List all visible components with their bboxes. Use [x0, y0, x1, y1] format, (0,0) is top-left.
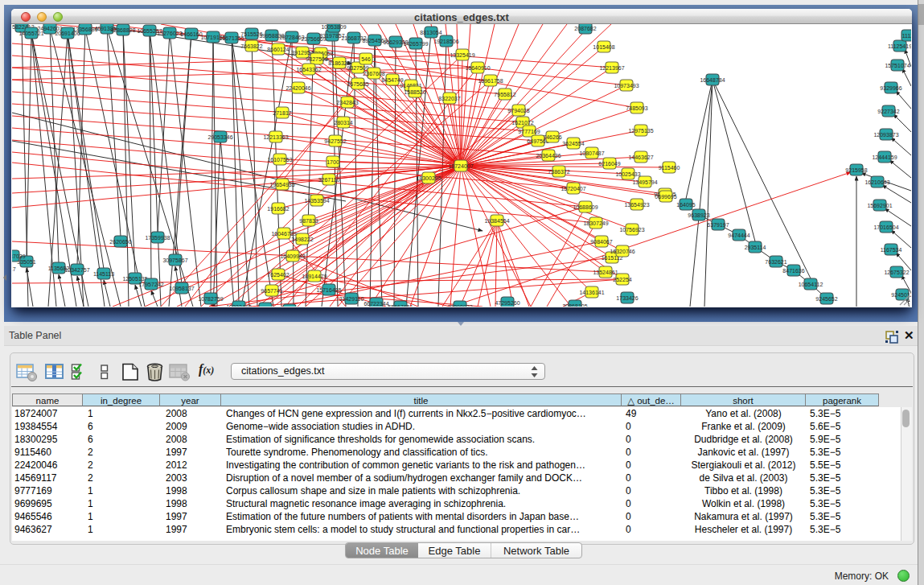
svg-text:16210643: 16210643	[864, 179, 889, 185]
svg-text:16648784: 16648784	[700, 77, 725, 83]
svg-text:14914479: 14914479	[302, 274, 326, 279]
svg-text:17957242: 17957242	[138, 282, 163, 287]
svg-text:15751074: 15751074	[885, 63, 910, 68]
svg-text:16543362: 16543362	[296, 67, 321, 72]
svg-text:3624554: 3624554	[562, 141, 584, 146]
svg-text:12975135: 12975135	[628, 128, 653, 134]
svg-text:17359938: 17359938	[145, 235, 170, 241]
svg-text:12323448: 12323448	[226, 304, 251, 307]
svg-text:10688609: 10688609	[573, 204, 598, 210]
svg-text:9474444: 9474444	[728, 233, 749, 238]
svg-text:70291817: 70291817	[12, 266, 16, 272]
svg-text:11125419: 11125419	[888, 43, 911, 49]
svg-text:19384554: 19384554	[484, 218, 509, 224]
svg-text:2342843: 2342843	[336, 100, 358, 105]
svg-text:15720407: 15720407	[561, 186, 585, 192]
svg-text:16640910: 16640910	[465, 65, 490, 71]
svg-text:14055721: 14055721	[18, 31, 43, 36]
svg-text:7625402: 7625402	[267, 272, 289, 278]
svg-text:3498222: 3498222	[291, 237, 313, 242]
svg-text:9245652: 9245652	[815, 296, 837, 302]
svg-text:2935114: 2935114	[745, 245, 766, 250]
svg-text:12675322: 12675322	[884, 270, 909, 275]
svg-text:7632621: 7632621	[765, 259, 786, 265]
svg-text:280314: 280314	[334, 120, 352, 126]
svg-text:13325419: 13325419	[450, 52, 474, 58]
svg-text:22420046: 22420046	[285, 85, 310, 91]
svg-text:1145113: 1145113	[93, 271, 114, 277]
svg-text:6216049: 6216049	[598, 161, 620, 167]
svg-text:7955812: 7955812	[494, 92, 515, 97]
svg-text:10756923: 10756923	[619, 227, 644, 233]
svg-text:12444159: 12444159	[872, 154, 897, 160]
svg-text:10025433: 10025433	[615, 171, 640, 177]
svg-text:47295260: 47295260	[495, 300, 519, 306]
svg-text:9329966: 9329966	[880, 85, 901, 91]
svg-text:16046789: 16046789	[271, 231, 296, 237]
svg-text:10973493: 10973493	[614, 83, 639, 89]
svg-text:271817: 271817	[273, 110, 291, 116]
svg-text:7485093: 7485093	[626, 105, 647, 111]
svg-text:18724007: 18724007	[448, 163, 473, 169]
svg-text:14265799: 14265799	[403, 41, 428, 47]
svg-text:8813054: 8813054	[420, 30, 441, 35]
svg-text:66722344: 66722344	[363, 301, 388, 307]
svg-text:9638923: 9638923	[688, 212, 709, 218]
svg-text:16409948: 16409948	[280, 253, 305, 259]
svg-text:987833: 987833	[299, 218, 318, 224]
svg-text:2367608: 2367608	[363, 71, 384, 76]
svg-text:2087682: 2087682	[574, 26, 596, 31]
svg-text:18300295: 18300295	[416, 175, 441, 181]
svg-text:10654112: 10654112	[799, 282, 823, 287]
svg-text:13654923: 13654923	[624, 202, 649, 208]
svg-text:13495794: 13495794	[632, 179, 657, 185]
svg-text:3267110: 3267110	[318, 177, 340, 183]
svg-text:38898923: 38898923	[447, 304, 472, 307]
svg-text:9327509: 9327509	[347, 65, 368, 71]
svg-text:252254: 252254	[613, 277, 631, 282]
svg-text:746266: 746266	[543, 134, 561, 140]
svg-text:9215958: 9215958	[845, 167, 867, 173]
svg-text:20364436: 20364436	[536, 153, 561, 159]
svg-text:18307249: 18307249	[583, 220, 608, 226]
svg-text:6466160: 6466160	[180, 31, 202, 37]
svg-text:12213967: 12213967	[599, 65, 624, 71]
svg-text:3675685: 3675685	[347, 81, 368, 87]
svg-text:15276023: 15276023	[157, 31, 182, 36]
svg-text:8454749: 8454749	[381, 77, 403, 83]
svg-text:14353594: 14353594	[304, 198, 329, 204]
svg-text:335051: 335051	[17, 259, 35, 265]
svg-text:19654935: 19654935	[269, 182, 294, 187]
svg-text:89089901: 89089901	[253, 306, 277, 307]
svg-text:2620650: 2620650	[109, 239, 131, 245]
svg-text:9777169: 9777169	[518, 129, 540, 134]
svg-text:29053346: 29053346	[207, 134, 232, 140]
svg-text:12505135: 12505135	[122, 276, 147, 282]
svg-text:19218506: 19218506	[433, 39, 458, 44]
svg-text:15716485: 15716485	[316, 287, 341, 293]
svg-text:1112: 1112	[902, 33, 911, 39]
svg-text:9227342: 9227342	[877, 109, 899, 114]
svg-text:9827509: 9827509	[306, 56, 327, 62]
svg-text:8471636: 8471636	[782, 268, 804, 274]
svg-text:10053809: 10053809	[321, 24, 346, 30]
svg-text:1167534: 1167534	[881, 247, 902, 253]
svg-text:30975867: 30975867	[162, 257, 187, 263]
svg-text:7663822: 7663822	[240, 43, 262, 49]
svg-text:10807487: 10807487	[579, 150, 604, 156]
svg-text:16961758: 16961758	[478, 78, 503, 84]
svg-text:12213363: 12213363	[263, 134, 288, 140]
svg-text:8322037: 8322037	[438, 96, 460, 101]
svg-text:12342757: 12342757	[64, 267, 89, 273]
svg-text:39587039: 39587039	[12, 253, 26, 259]
svg-text:9084067: 9084067	[590, 239, 612, 245]
svg-text:7386372: 7386372	[548, 169, 569, 175]
svg-text:9427552: 9427552	[324, 138, 346, 144]
svg-text:1916682: 1916682	[267, 206, 289, 212]
svg-text:55667651: 55667651	[388, 304, 413, 307]
svg-text:1015408: 1015408	[593, 44, 614, 50]
svg-text:1621072: 1621072	[511, 120, 533, 126]
svg-text:13524861: 13524861	[593, 270, 618, 275]
svg-text:9115460: 9115460	[659, 165, 680, 171]
svg-text:10782759: 10782759	[198, 296, 223, 302]
